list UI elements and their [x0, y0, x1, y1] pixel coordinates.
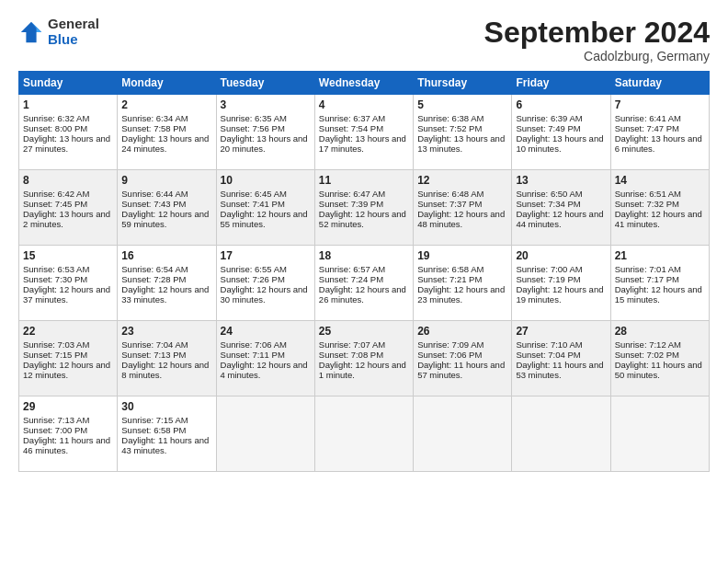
col-monday: Monday — [118, 72, 216, 95]
daylight-label: Daylight: 12 hours and 23 minutes. — [417, 284, 505, 304]
day-number: 18 — [319, 249, 409, 262]
daylight-label: Daylight: 13 hours and 27 minutes. — [23, 133, 110, 154]
table-row: 16 Sunrise: 6:54 AM Sunset: 7:28 PM Dayl… — [118, 246, 216, 321]
day-number: 5 — [417, 98, 507, 111]
sunrise-label: Sunrise: 7:15 AM — [121, 415, 188, 425]
sunset-label: Sunset: 7:56 PM — [221, 123, 285, 133]
calendar-week-row: 15 Sunrise: 6:53 AM Sunset: 7:30 PM Dayl… — [19, 246, 710, 321]
daylight-label: Daylight: 12 hours and 59 minutes. — [121, 209, 209, 229]
table-row: 13 Sunrise: 6:50 AM Sunset: 7:34 PM Dayl… — [512, 170, 610, 246]
table-row: 30 Sunrise: 7:15 AM Sunset: 6:58 PM Dayl… — [118, 396, 216, 472]
sunrise-label: Sunrise: 7:12 AM — [615, 339, 681, 350]
table-row — [216, 396, 314, 472]
sunset-label: Sunset: 7:34 PM — [516, 199, 580, 209]
sunrise-label: Sunrise: 6:50 AM — [516, 189, 582, 199]
sunrise-label: Sunrise: 7:06 AM — [221, 339, 287, 350]
sunrise-label: Sunrise: 6:38 AM — [417, 113, 483, 123]
sunset-label: Sunset: 7:47 PM — [615, 123, 679, 133]
day-number: 19 — [417, 249, 507, 262]
sunset-label: Sunset: 7:24 PM — [319, 274, 383, 284]
table-row: 28 Sunrise: 7:12 AM Sunset: 7:02 PM Dayl… — [610, 321, 709, 396]
sunrise-label: Sunrise: 6:51 AM — [615, 189, 681, 199]
sunset-label: Sunset: 7:52 PM — [417, 123, 482, 133]
daylight-label: Daylight: 12 hours and 44 minutes. — [516, 209, 603, 229]
daylight-label: Daylight: 12 hours and 19 minutes. — [516, 284, 603, 304]
table-row: 21 Sunrise: 7:01 AM Sunset: 7:17 PM Dayl… — [610, 246, 709, 321]
title-block: September 2024 Cadolzburg, Germany — [484, 17, 710, 63]
sunrise-label: Sunrise: 6:34 AM — [121, 113, 188, 123]
table-row — [414, 396, 512, 472]
sunrise-label: Sunrise: 6:32 AM — [23, 113, 89, 123]
logo-text: General Blue — [48, 17, 99, 47]
table-row: 26 Sunrise: 7:09 AM Sunset: 7:06 PM Dayl… — [414, 321, 512, 396]
table-row: 24 Sunrise: 7:06 AM Sunset: 7:11 PM Dayl… — [216, 321, 314, 396]
table-row: 14 Sunrise: 6:51 AM Sunset: 7:32 PM Dayl… — [610, 170, 709, 246]
table-row: 17 Sunrise: 6:55 AM Sunset: 7:26 PM Dayl… — [216, 246, 314, 321]
logo-general-text: General — [48, 17, 99, 32]
sunrise-label: Sunrise: 6:37 AM — [319, 113, 385, 123]
daylight-label: Daylight: 11 hours and 50 minutes. — [615, 360, 702, 380]
table-row: 25 Sunrise: 7:07 AM Sunset: 7:08 PM Dayl… — [314, 321, 413, 396]
col-friday: Friday — [512, 72, 610, 95]
table-row — [610, 396, 709, 472]
table-row: 27 Sunrise: 7:10 AM Sunset: 7:04 PM Dayl… — [512, 321, 610, 396]
sunrise-label: Sunrise: 6:35 AM — [221, 113, 287, 123]
sunrise-label: Sunrise: 6:58 AM — [417, 264, 483, 274]
sunset-label: Sunset: 7:11 PM — [221, 350, 285, 360]
col-tuesday: Tuesday — [216, 72, 314, 95]
sunrise-label: Sunrise: 6:48 AM — [417, 189, 483, 199]
sunset-label: Sunset: 6:58 PM — [121, 425, 186, 435]
calendar-week-row: 1 Sunrise: 6:32 AM Sunset: 8:00 PM Dayli… — [19, 95, 710, 170]
day-number: 23 — [121, 325, 211, 338]
daylight-label: Daylight: 13 hours and 2 minutes. — [23, 209, 110, 229]
day-number: 29 — [23, 400, 113, 413]
daylight-label: Daylight: 12 hours and 48 minutes. — [417, 209, 505, 229]
sunset-label: Sunset: 7:30 PM — [23, 274, 87, 284]
sunset-label: Sunset: 7:54 PM — [319, 123, 383, 133]
daylight-label: Daylight: 11 hours and 57 minutes. — [417, 360, 505, 380]
sunset-label: Sunset: 7:45 PM — [23, 199, 87, 209]
sunset-label: Sunset: 7:43 PM — [121, 199, 186, 209]
sunset-label: Sunset: 7:39 PM — [319, 199, 383, 209]
sunrise-label: Sunrise: 7:04 AM — [121, 339, 188, 350]
daylight-label: Daylight: 13 hours and 20 minutes. — [221, 133, 308, 154]
day-number: 2 — [121, 98, 211, 111]
calendar-table: Sunday Monday Tuesday Wednesday Thursday… — [18, 71, 710, 472]
page: General Blue September 2024 Cadolzburg, … — [0, 0, 728, 563]
table-row: 23 Sunrise: 7:04 AM Sunset: 7:13 PM Dayl… — [118, 321, 216, 396]
table-row: 15 Sunrise: 6:53 AM Sunset: 7:30 PM Dayl… — [19, 246, 118, 321]
table-row: 3 Sunrise: 6:35 AM Sunset: 7:56 PM Dayli… — [216, 95, 314, 170]
daylight-label: Daylight: 12 hours and 52 minutes. — [319, 209, 406, 229]
sunrise-label: Sunrise: 6:41 AM — [615, 113, 681, 123]
daylight-label: Daylight: 12 hours and 12 minutes. — [23, 360, 110, 380]
table-row: 9 Sunrise: 6:44 AM Sunset: 7:43 PM Dayli… — [118, 170, 216, 246]
day-number: 22 — [23, 325, 113, 338]
sunset-label: Sunset: 7:28 PM — [121, 274, 186, 284]
sunset-label: Sunset: 7:15 PM — [23, 350, 87, 360]
day-number: 24 — [221, 325, 311, 338]
day-number: 25 — [319, 325, 409, 338]
daylight-label: Daylight: 12 hours and 30 minutes. — [221, 284, 308, 304]
sunset-label: Sunset: 7:00 PM — [23, 425, 87, 435]
table-row: 5 Sunrise: 6:38 AM Sunset: 7:52 PM Dayli… — [414, 95, 512, 170]
table-row: 1 Sunrise: 6:32 AM Sunset: 8:00 PM Dayli… — [19, 95, 118, 170]
sunset-label: Sunset: 7:04 PM — [516, 350, 580, 360]
col-wednesday: Wednesday — [314, 72, 413, 95]
sunset-label: Sunset: 8:00 PM — [23, 123, 87, 133]
table-row: 19 Sunrise: 6:58 AM Sunset: 7:21 PM Dayl… — [414, 246, 512, 321]
sunrise-label: Sunrise: 6:39 AM — [516, 113, 582, 123]
day-number: 15 — [23, 249, 113, 262]
table-row: 20 Sunrise: 7:00 AM Sunset: 7:19 PM Dayl… — [512, 246, 610, 321]
logo-blue-text: Blue — [48, 32, 99, 48]
day-number: 8 — [23, 174, 113, 187]
daylight-label: Daylight: 12 hours and 26 minutes. — [319, 284, 406, 304]
daylight-label: Daylight: 13 hours and 24 minutes. — [121, 133, 209, 154]
daylight-label: Daylight: 12 hours and 1 minute. — [319, 360, 406, 380]
day-number: 26 — [417, 325, 507, 338]
table-row: 8 Sunrise: 6:42 AM Sunset: 7:45 PM Dayli… — [19, 170, 118, 246]
day-number: 16 — [121, 249, 211, 262]
table-row: 18 Sunrise: 6:57 AM Sunset: 7:24 PM Dayl… — [314, 246, 413, 321]
sunset-label: Sunset: 7:21 PM — [417, 274, 482, 284]
calendar-week-row: 8 Sunrise: 6:42 AM Sunset: 7:45 PM Dayli… — [19, 170, 710, 246]
daylight-label: Daylight: 12 hours and 15 minutes. — [615, 284, 702, 304]
